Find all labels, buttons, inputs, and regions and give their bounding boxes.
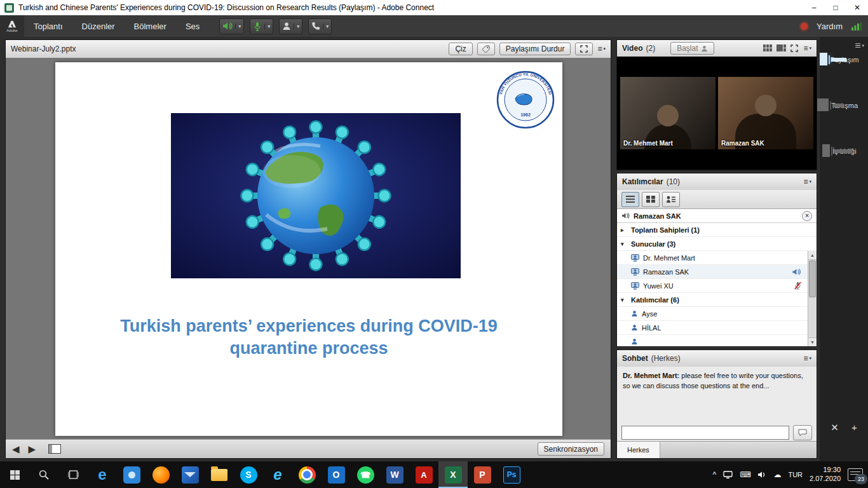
taskbar-file-explorer[interactable] bbox=[205, 461, 234, 488]
network-icon[interactable] bbox=[723, 471, 733, 478]
chat-pod-menu-button[interactable]: ≡ ▾ bbox=[803, 354, 811, 363]
volume-icon[interactable] bbox=[757, 471, 766, 478]
layout-strip-menu-button[interactable]: ≡ ▾ bbox=[855, 40, 864, 51]
filmstrip-view-icon[interactable] bbox=[776, 44, 787, 52]
attendee-list-view-button[interactable] bbox=[621, 192, 639, 207]
menu-duzenler[interactable]: Düzenler bbox=[72, 15, 125, 37]
keyboard-icon[interactable]: ⌨ bbox=[740, 470, 750, 479]
layout-discussion[interactable]: Tartışma bbox=[820, 102, 868, 109]
task-view-button[interactable] bbox=[58, 461, 88, 488]
previous-slide-button[interactable]: ◀ bbox=[12, 444, 20, 455]
taskbar-date: 2.07.2020 bbox=[810, 475, 841, 484]
microphone-button[interactable]: ▾ bbox=[250, 18, 273, 34]
microphone-caret-icon[interactable]: ▾ bbox=[264, 24, 270, 29]
speaker-active-icon[interactable] bbox=[792, 268, 801, 276]
group-row-participants[interactable]: ▾ Katılımcılar (6) bbox=[617, 293, 817, 307]
minimize-button[interactable]: – bbox=[803, 0, 825, 15]
taskbar-acrobat[interactable]: A bbox=[409, 461, 438, 488]
maximize-button[interactable]: □ bbox=[825, 0, 846, 15]
taskbar-firefox[interactable] bbox=[146, 461, 175, 488]
group-row-hosts[interactable]: ▸ Toplantı Sahipleri (1) bbox=[617, 223, 817, 237]
attendee-row[interactable]: Ayse bbox=[617, 307, 817, 321]
taskbar-edge[interactable]: e bbox=[88, 461, 117, 488]
search-button[interactable] bbox=[29, 461, 58, 488]
video-pod-title: Video bbox=[622, 44, 642, 53]
phone-caret-icon[interactable]: ▾ bbox=[323, 24, 329, 29]
onedrive-icon[interactable]: ☁ bbox=[773, 470, 781, 479]
scroll-up-icon[interactable]: ▲ bbox=[808, 251, 817, 260]
layout-sharing[interactable]: Paylaşım bbox=[820, 56, 868, 64]
pointer-tool-button[interactable] bbox=[477, 43, 495, 55]
draw-button[interactable]: Çiz bbox=[449, 43, 472, 55]
send-message-button[interactable] bbox=[793, 425, 812, 440]
video-fullscreen-icon[interactable] bbox=[790, 44, 798, 52]
taskbar-powerpoint[interactable]: P bbox=[468, 461, 497, 488]
taskbar-word[interactable]: W bbox=[380, 461, 409, 488]
group-row-presenters[interactable]: ▾ Sunucular (3) bbox=[617, 237, 817, 251]
taskbar-chrome[interactable] bbox=[292, 461, 322, 488]
microphone-muted-icon[interactable] bbox=[794, 281, 801, 290]
attendees-scrollbar[interactable]: ▲ ▼ bbox=[808, 251, 817, 346]
share-pod-menu-button[interactable]: ≡ ▾ bbox=[597, 44, 606, 53]
sidebar-toggle-icon[interactable] bbox=[48, 444, 61, 454]
video-pod-menu-button[interactable]: ≡ ▾ bbox=[803, 44, 811, 53]
chevron-right-icon[interactable]: ▸ bbox=[621, 227, 627, 233]
chevron-down-icon[interactable]: ▾ bbox=[621, 297, 627, 303]
app-icon bbox=[4, 3, 14, 13]
taskbar-skype[interactable]: S bbox=[234, 461, 263, 488]
phone-button[interactable]: ▾ bbox=[308, 18, 332, 34]
attendee-row[interactable]: Yuwei XU bbox=[617, 279, 817, 293]
attendee-name: HİLAL bbox=[642, 324, 661, 332]
clear-active-speaker-button[interactable]: ✕ bbox=[802, 211, 812, 221]
webcam-button[interactable]: ▾ bbox=[279, 18, 302, 34]
close-button[interactable]: ✕ bbox=[846, 0, 868, 15]
language-indicator[interactable]: TUR bbox=[788, 471, 803, 478]
next-slide-button[interactable]: ▶ bbox=[29, 444, 36, 455]
speaker-icon bbox=[222, 22, 233, 30]
attendee-row[interactable]: Ramazan SAK bbox=[617, 265, 817, 279]
stop-sharing-button[interactable]: Paylaşımı Durdur bbox=[499, 43, 571, 55]
chat-input[interactable] bbox=[621, 426, 789, 440]
close-layout-button[interactable]: ✕ bbox=[831, 422, 839, 433]
participant-icon bbox=[631, 310, 638, 317]
taskbar-internet-explorer[interactable]: e bbox=[263, 461, 292, 488]
scroll-down-icon[interactable]: ▼ bbox=[808, 337, 817, 346]
taskbar-clock[interactable]: 19:30 2.07.2020 bbox=[810, 466, 841, 484]
grid-view-icon[interactable] bbox=[763, 44, 773, 52]
start-webcam-button[interactable]: Başlat bbox=[670, 42, 714, 55]
layout-discussion-thumbnail bbox=[830, 101, 831, 110]
chevron-down-icon[interactable]: ▾ bbox=[621, 241, 627, 247]
participant-icon bbox=[631, 338, 638, 345]
add-layout-button[interactable]: + bbox=[851, 422, 857, 433]
speaker-button[interactable]: ▾ bbox=[219, 18, 244, 34]
breakout-view-button[interactable] bbox=[642, 192, 660, 207]
attendee-row-partial[interactable] bbox=[617, 335, 817, 346]
menu-toplanti[interactable]: Toplantı bbox=[24, 15, 72, 37]
sync-button[interactable]: Senkronizasyon bbox=[538, 442, 604, 456]
taskbar-mail[interactable] bbox=[175, 461, 205, 488]
taskbar-camera[interactable] bbox=[117, 461, 146, 488]
taskbar-whatsapp[interactable]: ☎ bbox=[351, 461, 380, 488]
status-view-button[interactable] bbox=[662, 192, 680, 207]
scrollbar-thumb[interactable] bbox=[809, 261, 816, 297]
attendee-row[interactable]: Dr. Mehmet Mart bbox=[617, 251, 817, 265]
webcam-caret-icon[interactable]: ▾ bbox=[294, 24, 299, 29]
taskbar-excel[interactable]: X bbox=[438, 461, 468, 488]
camera-icon bbox=[123, 466, 140, 484]
speaker-caret-icon[interactable]: ▾ bbox=[235, 24, 241, 29]
attendees-pod-menu-button[interactable]: ≡ ▾ bbox=[803, 177, 811, 186]
tab-everyone[interactable]: Herkes bbox=[617, 442, 660, 458]
taskbar-outlook[interactable]: O bbox=[322, 461, 351, 488]
taskbar-photoshop[interactable]: Ps bbox=[497, 461, 526, 488]
menu-ses[interactable]: Ses bbox=[176, 15, 209, 37]
tray-expand-icon[interactable]: ^ bbox=[712, 470, 716, 479]
attendee-row[interactable]: HİLAL bbox=[617, 321, 817, 335]
layout-collaboration[interactable]: İş birliği bbox=[820, 147, 868, 155]
menu-bolmeler[interactable]: Bölmeler bbox=[125, 15, 176, 37]
start-button[interactable] bbox=[0, 461, 29, 488]
pointer-icon bbox=[482, 45, 490, 53]
microphone-icon bbox=[253, 22, 262, 31]
fullscreen-button[interactable] bbox=[575, 43, 593, 55]
notification-center-icon[interactable]: 23 bbox=[848, 468, 863, 481]
help-menu[interactable]: Yardım bbox=[817, 22, 843, 31]
